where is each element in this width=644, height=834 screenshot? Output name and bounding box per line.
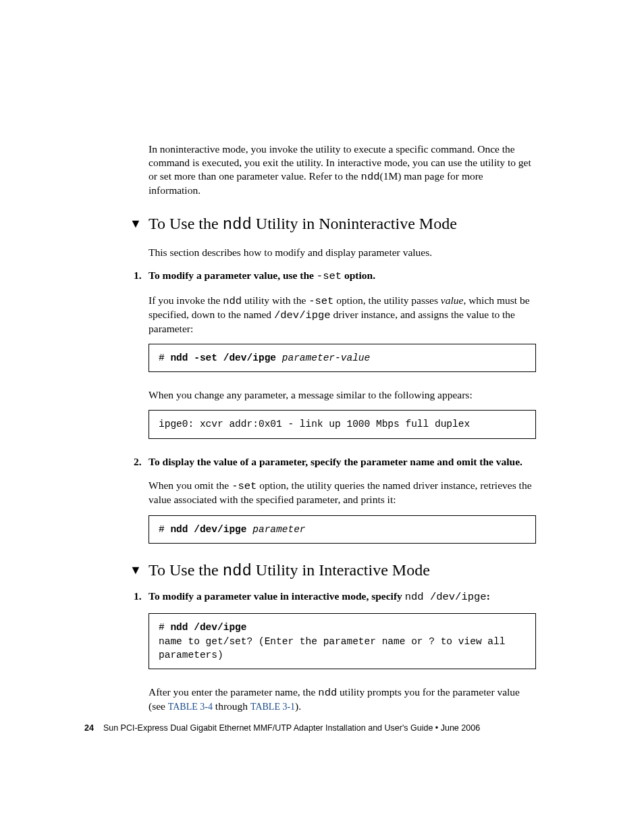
code-box: # ndd -set /dev/ipge parameter-value (149, 344, 536, 372)
code-inline: -set (317, 270, 342, 282)
step-text: To modify a parameter value in interacti… (149, 590, 405, 602)
text: When you omit the (149, 479, 232, 491)
heading-text: Utility in Interactive Mode (252, 561, 430, 579)
step-1-interactive: 1. To modify a parameter value in intera… (149, 590, 536, 604)
step-text: option. (342, 269, 375, 281)
heading-text: Utility in Noninteractive Mode (252, 215, 457, 232)
document-page: In noninteractive mode, you invoke the u… (0, 0, 644, 834)
italic-text: value (441, 294, 464, 306)
triangle-marker-icon: ▼ (130, 563, 142, 578)
triangle-marker-icon: ▼ (130, 216, 142, 232)
code-box: # ndd /dev/ipge name to get/set? (Enter … (149, 613, 536, 669)
text: ). (295, 700, 301, 712)
text: option, the utility passes (333, 294, 440, 306)
code-inline: ndd (223, 562, 252, 580)
table-link-3-1[interactable]: TABLE 3-1 (250, 702, 295, 712)
text: # (159, 622, 170, 633)
step-1: 1. To modify a parameter value, use the … (149, 269, 536, 283)
code-bold: ndd /dev/ipge (170, 524, 246, 535)
heading-text: To Use the (149, 561, 223, 579)
code-inline: ndd (318, 687, 337, 699)
table-link-3-4[interactable]: TABLE 3-4 (168, 702, 213, 712)
code-italic: parameter (247, 524, 306, 535)
code-inline: ndd /dev/ipge (405, 591, 487, 603)
code-bold: ndd -set /dev/ipge (170, 353, 276, 363)
code-line: name to get/set? (Enter the parameter na… (159, 636, 511, 660)
code-inline: -set (308, 295, 333, 307)
code-inline: /dev/ipge (274, 309, 331, 321)
step-number: 1. (134, 590, 142, 603)
text: If you invoke the (149, 294, 223, 306)
section-heading-interactive: ▼ To Use the ndd Utility in Interactive … (149, 560, 536, 581)
code-inline: ndd (223, 215, 252, 234)
page-number: 24 (84, 723, 94, 733)
code-inline: ndd (223, 295, 242, 307)
text: utility with the (242, 294, 308, 306)
intro-paragraph: In noninteractive mode, you invoke the u… (149, 142, 536, 198)
step-number: 2. (134, 455, 142, 469)
text: After you enter the parameter name, the (149, 686, 318, 698)
code-italic: parameter-value (276, 353, 370, 363)
code-inline: -set (232, 480, 257, 492)
step-number: 1. (134, 269, 142, 282)
text: # (159, 353, 170, 363)
footer-text: Sun PCI-Express Dual Gigabit Ethernet MM… (103, 723, 480, 733)
step-text: : (487, 590, 490, 602)
step-after-text: After you enter the parameter name, the … (149, 685, 536, 713)
step-text: To display the value of a parameter, spe… (149, 456, 522, 467)
section-heading-noninteractive: ▼ To Use the ndd Utility in Noninteracti… (149, 213, 536, 235)
text: # (159, 524, 170, 535)
step-body: If you invoke the ndd utility with the -… (149, 294, 536, 336)
section-description: This section describes how to modify and… (149, 246, 536, 259)
text: through (213, 700, 250, 712)
code-inline: ndd (361, 171, 380, 183)
code-box: ipge0: xcvr addr:0x01 - link up 1000 Mbp… (149, 410, 536, 438)
step-text: To modify a parameter value, use the (149, 269, 317, 281)
page-footer: 24Sun PCI-Express Dual Gigabit Ethernet … (84, 723, 480, 733)
code-bold: ndd /dev/ipge (170, 622, 246, 633)
heading-text: To Use the (149, 215, 223, 232)
code-box: # ndd /dev/ipge parameter (149, 515, 536, 544)
step-2: 2. To display the value of a parameter, … (149, 455, 536, 469)
step-after-text: When you change any parameter, a message… (149, 388, 536, 402)
step-body: When you omit the -set option, the utili… (149, 479, 536, 506)
